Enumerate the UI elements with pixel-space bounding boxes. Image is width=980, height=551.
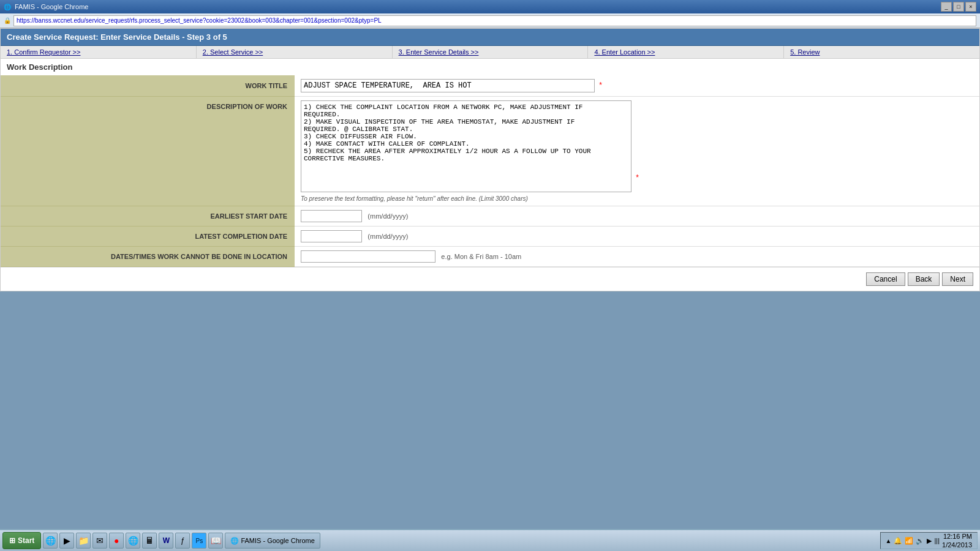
taskbar: ⊞ Start 🌐 ▶ 📁 ✉ ● 🌐 🖩 W ƒ Ps 📖 🌐 FAMIS -…	[0, 529, 980, 551]
section-title: Work Description	[1, 59, 979, 75]
title-bar: 🌐 FAMIS - Google Chrome _ □ ×	[0, 0, 980, 13]
clock-date: 1/24/2013	[942, 541, 972, 549]
step-nav: 1. Confirm Requestor >> 2. Select Servic…	[1, 46, 979, 59]
work-title-cell: *	[295, 75, 979, 97]
earliest-start-cell: (mm/dd/yyyy)	[295, 206, 979, 227]
step-nav-enter-location[interactable]: 4. Enter Location >>	[588, 46, 784, 58]
start-button[interactable]: ⊞ Start	[2, 532, 41, 549]
address-input[interactable]	[13, 15, 976, 26]
latest-completion-input[interactable]	[301, 230, 362, 242]
taskbar-f-icon[interactable]: ƒ	[175, 533, 190, 549]
description-textarea[interactable]	[301, 100, 631, 192]
description-hint: To preserve the text formatting, please …	[301, 195, 973, 202]
maximize-button[interactable]: □	[953, 2, 964, 12]
back-button[interactable]: Back	[908, 272, 940, 286]
next-button[interactable]: Next	[942, 272, 973, 286]
close-button[interactable]: ×	[965, 2, 976, 12]
taskbar-mail-icon[interactable]: ✉	[92, 533, 107, 549]
taskbar-book-icon[interactable]: 📖	[208, 533, 223, 549]
taskbar-window-label: FAMIS - Google Chrome	[241, 537, 314, 544]
system-clock: 12:16 PM 1/24/2013	[942, 532, 972, 550]
description-wrapper: *	[301, 100, 631, 194]
tray-sound-icon: 🔊	[916, 537, 924, 545]
taskbar-window-icon: 🌐	[230, 537, 239, 545]
browser-content: Create Service Request: Enter Service De…	[0, 28, 980, 291]
cancel-button[interactable]: Cancel	[866, 272, 905, 286]
work-title-input[interactable]	[301, 79, 595, 92]
step-nav-review[interactable]: 5. Review	[784, 46, 979, 58]
earliest-start-hint: (mm/dd/yyyy)	[368, 212, 408, 220]
taskbar-media-icon[interactable]: ▶	[59, 533, 74, 549]
work-times-input[interactable]	[301, 250, 435, 263]
work-title-label: WORK TITLE	[1, 75, 295, 97]
browser-icon: 🌐	[4, 4, 11, 10]
step-nav-confirm-requestor[interactable]: 1. Confirm Requestor >>	[1, 46, 197, 58]
address-bar: 🔒	[0, 13, 980, 28]
start-icon: ⊞	[9, 536, 15, 545]
step-header-title: Create Service Request: Enter Service De…	[7, 32, 227, 42]
service-details-form: WORK TITLE * DESCRIPTION OF WORK * To pr…	[1, 75, 979, 267]
taskbar-word-icon[interactable]: W	[159, 533, 173, 549]
taskbar-ps-icon[interactable]: Ps	[192, 533, 206, 549]
taskbar-calc-icon[interactable]: 🖩	[142, 533, 157, 549]
taskbar-icon5[interactable]: ●	[109, 533, 124, 549]
work-times-hint: e.g. Mon & Fri 8am - 10am	[441, 253, 521, 260]
latest-completion-label: LATEST COMPLETION DATE	[1, 227, 295, 247]
button-row: Cancel Back Next	[1, 267, 979, 291]
description-cell: * To preserve the text formatting, pleas…	[295, 97, 979, 206]
step-nav-enter-details[interactable]: 3. Enter Service Details >>	[393, 46, 589, 58]
lock-icon: 🔒	[4, 17, 11, 24]
earliest-start-label: EARLIEST START DATE	[1, 206, 295, 227]
window-title: FAMIS - Google Chrome	[15, 3, 88, 10]
taskbar-ie-icon[interactable]: 🌐	[43, 533, 58, 549]
tray-network-icon: 📶	[905, 537, 913, 545]
earliest-start-input[interactable]	[301, 210, 362, 222]
tray-bars-icon: |||	[934, 537, 940, 544]
taskbar-active-window[interactable]: 🌐 FAMIS - Google Chrome	[225, 533, 320, 549]
work-title-required: *	[599, 81, 602, 89]
work-times-cell: e.g. Mon & Fri 8am - 10am	[295, 247, 979, 267]
clock-time: 12:16 PM	[942, 532, 972, 541]
tray-speaker-icon: 🔔	[894, 537, 902, 545]
start-label: Start	[18, 536, 34, 545]
taskbar-chrome-icon[interactable]: 🌐	[126, 533, 140, 549]
tray-extra-icon: ▶	[927, 537, 932, 545]
step-nav-select-service[interactable]: 2. Select Service >>	[197, 46, 393, 58]
taskbar-folder-icon[interactable]: 📁	[76, 533, 91, 549]
latest-completion-cell: (mm/dd/yyyy)	[295, 227, 979, 247]
work-times-label: DATES/TIMES WORK CANNOT BE DONE IN LOCAT…	[1, 247, 295, 267]
latest-completion-hint: (mm/dd/yyyy)	[368, 233, 408, 240]
step-header: Create Service Request: Enter Service De…	[1, 29, 979, 46]
window-controls: _ □ ×	[941, 2, 976, 12]
tray-hide-icon[interactable]: ▲	[886, 538, 892, 544]
taskbar-system-tray: ▲ 🔔 📶 🔊 ▶ ||| 12:16 PM 1/24/2013	[880, 532, 978, 549]
description-required: *	[636, 173, 639, 182]
minimize-button[interactable]: _	[941, 2, 952, 12]
description-label: DESCRIPTION OF WORK	[1, 97, 295, 206]
